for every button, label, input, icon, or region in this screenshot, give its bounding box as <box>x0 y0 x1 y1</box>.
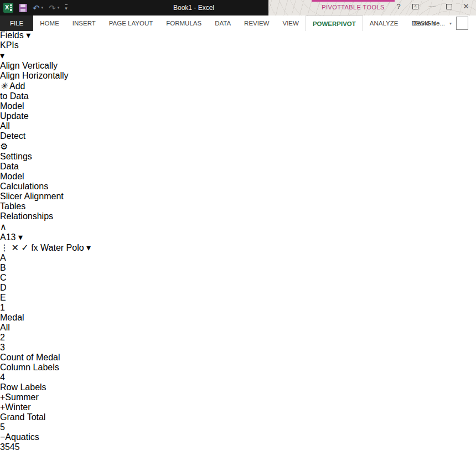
row-header-1[interactable]: 1 <box>0 303 476 313</box>
row-header-4[interactable]: 4 <box>0 373 476 382</box>
account-dropdown-icon[interactable]: ▾ <box>449 21 452 26</box>
collapse-ribbon-icon[interactable]: ∧ <box>0 221 476 232</box>
formula-content[interactable]: Water Polo <box>40 243 84 252</box>
column-headers: ABCDE <box>0 253 476 303</box>
column-header-B[interactable]: B <box>0 263 74 273</box>
ribbon-tab-home[interactable]: HOME <box>33 15 66 31</box>
settings-button[interactable]: ⚙ Settings <box>0 141 29 162</box>
align-horizontally-button[interactable]: Align Horizontally <box>0 71 476 81</box>
cell-A4[interactable]: Row Labels <box>0 382 476 392</box>
cell-text: Winter <box>5 402 30 412</box>
customize-qat-icon[interactable]: ▾ <box>65 4 68 11</box>
cell-C4[interactable]: +Winter <box>0 402 476 412</box>
cancel-entry-icon[interactable]: ✕ <box>11 243 18 252</box>
group-label-data-model: Data Model <box>0 162 38 182</box>
ribbon-tab-data[interactable]: DATA <box>208 15 237 31</box>
document-title: Book1 - Excel <box>138 4 249 12</box>
close-button[interactable]: ✕ <box>462 2 470 11</box>
detect-relationships-button[interactable]: Detect <box>0 131 30 141</box>
expand-icon[interactable]: + <box>0 392 5 402</box>
expand-formula-bar-icon[interactable]: ▾ <box>86 243 91 252</box>
grid-row: 3Count of MedalColumn Labels <box>0 343 476 373</box>
cell-B3[interactable]: Column Labels <box>0 363 476 373</box>
ribbon-tab-view[interactable]: VIEW <box>276 15 305 31</box>
save-icon[interactable] <box>19 4 27 12</box>
contextual-tool-title: PIVOTTABLE TOOLS <box>312 4 395 11</box>
excel-app-icon[interactable] <box>3 3 13 13</box>
confirm-entry-icon[interactable]: ✓ <box>21 243 28 252</box>
update-all-button[interactable]: Update All <box>0 111 28 131</box>
group-label-slicer-alignment: Slicer Alignment <box>0 192 72 201</box>
formula-bar-grip[interactable]: ⋮ <box>0 243 9 252</box>
cell-text: Grand Total <box>0 412 45 422</box>
redo-dropdown-icon[interactable]: ▾ <box>58 6 60 10</box>
grid-row: 5−Aquatics35453545 <box>0 422 476 450</box>
insert-function-icon[interactable]: fx <box>31 243 38 252</box>
grid-row: 4Row Labels+Summer+WinterGrand Total <box>0 373 476 422</box>
cell-text: Count of Medal <box>0 353 60 362</box>
undo-dropdown-icon[interactable]: ▾ <box>42 6 44 10</box>
add-to-data-model-button[interactable]: ✳ Add to Data Model <box>0 81 33 111</box>
column-header-C[interactable]: C <box>0 273 38 283</box>
column-header-E[interactable]: E <box>0 293 10 303</box>
ribbon-tab-row: FILEHOMEINSERTPAGE LAYOUTFORMULASDATAREV… <box>0 15 476 31</box>
ribbon-display-options-button[interactable]: ˄ <box>412 4 418 9</box>
group-label-relationships: Relationships <box>0 211 41 221</box>
cell-text: Aquatics <box>5 432 39 442</box>
group-label-tables: Tables <box>0 201 69 211</box>
grid-row: 2 <box>0 333 476 343</box>
redo-icon[interactable]: ↷ <box>49 4 56 12</box>
row-header-5[interactable]: 5 <box>0 422 476 432</box>
settings-gears-icon: ⚙ <box>0 142 8 151</box>
expand-icon[interactable]: + <box>0 402 5 412</box>
ribbon-tab-insert[interactable]: INSERT <box>66 15 102 31</box>
ribbon-tab-page-layout[interactable]: PAGE LAYOUT <box>102 15 159 31</box>
group-label-calculations: Calculations <box>0 182 60 192</box>
contextual-tool-stripe <box>312 0 395 2</box>
ribbon-tab-analyze[interactable]: ANALYZE <box>363 15 405 31</box>
grid-row: 1MedalAll <box>0 303 476 333</box>
ribbon-tab-powerpivot[interactable]: POWERPIVOT <box>306 15 363 31</box>
column-header-D[interactable]: D <box>0 283 44 293</box>
cell-A5[interactable]: −Aquatics <box>0 432 476 442</box>
column-header-A[interactable]: A <box>0 253 144 263</box>
cell-text: All <box>0 323 10 332</box>
quick-access-toolbar: ↶▾ ↷▾ ▾ <box>3 2 68 14</box>
undo-icon[interactable]: ↶ <box>33 4 40 12</box>
cell-B4[interactable]: +Summer <box>0 392 476 402</box>
ribbon-tab-formulas[interactable]: FORMULAS <box>159 15 208 31</box>
cell-B5[interactable]: 3545 <box>0 442 476 450</box>
cell-text: Row Labels <box>0 382 46 392</box>
cell-B1[interactable]: All <box>0 323 476 333</box>
worksheet-grid: ABCDE 1MedalAll23Count of MedalColumn La… <box>0 253 476 450</box>
cell-A3[interactable]: Count of Medal <box>0 353 476 363</box>
cell-text: 3545 <box>0 442 20 450</box>
name-box-dropdown-icon[interactable]: ▾ <box>18 232 23 242</box>
title-bar: PIVOTTABLE TOOLS ↶▾ ↷▾ ▾ Book1 - Excel ?… <box>0 0 476 15</box>
account-avatar[interactable] <box>456 17 468 30</box>
minimize-button[interactable]: — <box>428 2 437 11</box>
cell-text: Summer <box>5 392 38 402</box>
ribbon-tab-review[interactable]: REVIEW <box>237 15 276 31</box>
align-vertically-button[interactable]: Align Vertically <box>0 61 476 71</box>
collapse-icon[interactable]: − <box>0 432 5 442</box>
kpis-dropdown-icon: ▾ <box>0 51 4 60</box>
ribbon-tab-file[interactable]: FILE <box>0 15 33 31</box>
cell-text: Column Labels <box>0 363 59 372</box>
ribbon: Manage fx Calculated Fields ▾ KPIs ▾ Ali… <box>0 0 476 232</box>
excel-window: PIVOTTABLE TOOLS ↶▾ ↷▾ ▾ Book1 - Excel ?… <box>0 0 476 450</box>
account-name[interactable]: David Ise... <box>413 20 445 27</box>
name-box[interactable]: A13 ▾ <box>0 232 476 242</box>
cell-text: Medal <box>0 313 24 322</box>
help-button[interactable]: ? <box>394 2 403 11</box>
row-header-3[interactable]: 3 <box>0 343 476 353</box>
add-to-data-model-icon: ✳ <box>0 81 7 91</box>
kpis-button[interactable]: KPIs ▾ <box>0 40 20 61</box>
cell-D4[interactable]: Grand Total <box>0 412 476 422</box>
grid-body: 1MedalAll23Count of MedalColumn Labels4R… <box>0 303 476 450</box>
cell-A1[interactable]: Medal <box>0 313 476 323</box>
maximize-button[interactable] <box>446 4 452 9</box>
formula-bar: A13 ▾ ⋮ ✕ ✓ fx Water Polo ▾ <box>0 232 476 253</box>
row-header-2[interactable]: 2 <box>0 333 476 343</box>
